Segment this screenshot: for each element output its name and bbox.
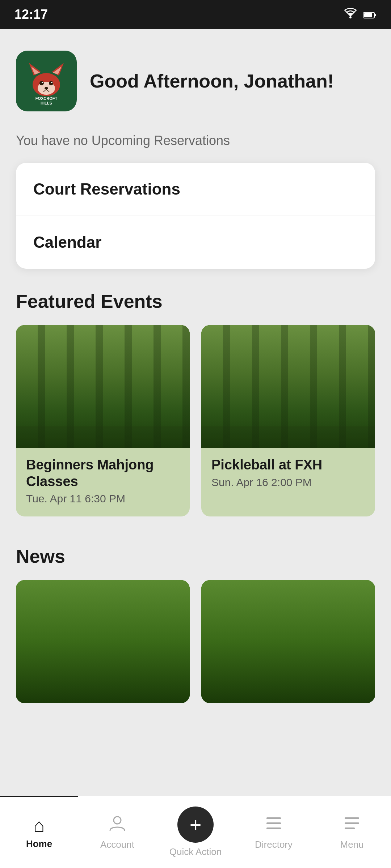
svg-text:HILLS: HILLS <box>41 101 52 105</box>
main-content: FOXCROFT HILLS Good Afternoon, Jonathan!… <box>0 29 391 797</box>
svg-rect-37 <box>228 354 250 419</box>
svg-rect-77 <box>266 822 281 824</box>
svg-point-11 <box>49 81 53 85</box>
app-logo: FOXCROFT HILLS <box>16 51 77 111</box>
svg-rect-44 <box>324 416 329 424</box>
svg-rect-30 <box>56 416 60 424</box>
bottom-nav: ⌂ Home Account + Quick Action Directory <box>0 796 391 868</box>
court-reservations-link[interactable]: Court Reservations <box>16 163 375 216</box>
svg-point-64 <box>203 584 254 649</box>
svg-rect-62 <box>201 580 375 703</box>
nav-menu-label: Menu <box>340 839 363 850</box>
svg-rect-34 <box>201 325 375 448</box>
news-card-1[interactable] <box>16 580 190 703</box>
svg-point-31 <box>21 325 79 372</box>
nav-menu[interactable]: Menu <box>313 796 391 868</box>
news-title: News <box>16 545 375 567</box>
status-time: 12:17 <box>14 7 48 22</box>
nav-account-label: Account <box>100 839 134 850</box>
svg-rect-41 <box>344 354 366 419</box>
nav-directory[interactable]: Directory <box>235 796 313 868</box>
svg-rect-80 <box>345 822 359 824</box>
svg-rect-58 <box>97 651 115 681</box>
svg-rect-42 <box>201 419 375 448</box>
calendar-link[interactable]: Calendar <box>16 216 375 269</box>
svg-rect-69 <box>232 651 250 681</box>
svg-rect-28 <box>36 412 65 416</box>
svg-rect-21 <box>16 347 190 448</box>
events-row: Beginners Mahjong Classes Tue. Apr 11 6:… <box>16 325 375 516</box>
svg-rect-19 <box>16 325 190 448</box>
svg-rect-74 <box>355 652 373 681</box>
event-card-1[interactable]: Beginners Mahjong Classes Tue. Apr 11 6:… <box>16 325 190 516</box>
event-info-1: Beginners Mahjong Classes Tue. Apr 11 6:… <box>16 448 190 516</box>
svg-rect-54 <box>16 667 190 703</box>
svg-point-14 <box>45 87 48 90</box>
svg-point-66 <box>308 580 366 647</box>
svg-rect-27 <box>16 419 190 448</box>
svg-rect-50 <box>16 580 190 638</box>
news-card-2[interactable] <box>201 580 375 703</box>
svg-point-10 <box>39 81 44 85</box>
nav-quick-action[interactable]: + Quick Action <box>156 796 235 868</box>
nav-account[interactable]: Account <box>78 796 156 868</box>
svg-point-33 <box>135 325 190 371</box>
featured-events-title: Featured Events <box>16 290 375 312</box>
svg-rect-55 <box>21 652 39 681</box>
news-image-1 <box>16 580 190 703</box>
svg-rect-81 <box>345 827 355 829</box>
svg-rect-39 <box>286 354 308 419</box>
svg-point-48 <box>321 325 375 371</box>
svg-rect-2 <box>364 13 372 17</box>
svg-rect-35 <box>201 325 375 397</box>
svg-rect-25 <box>130 354 152 419</box>
account-icon <box>108 814 127 835</box>
svg-point-53 <box>123 580 181 647</box>
event-info-2: Pickleball at FXH Sun. Apr 16 2:00 PM <box>201 448 375 500</box>
svg-point-0 <box>349 16 352 18</box>
svg-rect-78 <box>266 827 281 829</box>
svg-rect-38 <box>257 354 279 419</box>
svg-rect-29 <box>38 416 42 424</box>
event-image-2 <box>201 325 375 448</box>
svg-point-47 <box>254 325 326 369</box>
svg-point-65 <box>239 580 304 645</box>
reservation-notice: You have no Upcoming Reservations <box>16 133 375 148</box>
status-icons <box>343 7 377 22</box>
svg-rect-59 <box>123 652 141 681</box>
svg-rect-20 <box>16 325 190 397</box>
wifi-icon <box>343 7 358 22</box>
event-date-2: Sun. Apr 16 2:00 PM <box>211 476 365 489</box>
news-row <box>16 580 375 703</box>
event-image-1 <box>16 325 190 448</box>
svg-rect-60 <box>148 651 166 681</box>
svg-rect-73 <box>333 651 352 681</box>
svg-rect-68 <box>207 652 225 681</box>
svg-rect-72 <box>308 652 326 681</box>
svg-rect-24 <box>101 354 123 419</box>
quick-action-icon: + <box>177 807 214 843</box>
news-image-2 <box>201 580 375 703</box>
nav-quick-action-label: Quick Action <box>169 846 222 858</box>
calendar-label: Calendar <box>33 233 101 251</box>
svg-point-13 <box>51 82 52 83</box>
event-date-1: Tue. Apr 11 6:30 PM <box>26 493 180 505</box>
svg-rect-45 <box>342 416 347 424</box>
svg-rect-36 <box>201 347 375 448</box>
status-bar: 12:17 <box>0 0 391 29</box>
svg-rect-23 <box>72 354 94 419</box>
court-reservations-label: Court Reservations <box>33 180 180 198</box>
nav-home[interactable]: ⌂ Home <box>0 796 78 868</box>
svg-rect-57 <box>72 652 90 681</box>
directory-icon <box>264 814 283 835</box>
svg-point-46 <box>207 325 265 372</box>
nav-directory-label: Directory <box>255 839 293 850</box>
event-card-2[interactable]: Pickleball at FXH Sun. Apr 16 2:00 PM <box>201 325 375 516</box>
quick-links-card: Court Reservations Calendar <box>16 163 375 269</box>
greeting-text: Good Afternoon, Jonathan! <box>90 70 334 92</box>
svg-rect-3 <box>374 14 376 16</box>
svg-rect-40 <box>315 354 337 419</box>
event-name-1: Beginners Mahjong Classes <box>26 457 180 490</box>
svg-rect-63 <box>201 580 375 638</box>
svg-rect-79 <box>345 817 359 819</box>
